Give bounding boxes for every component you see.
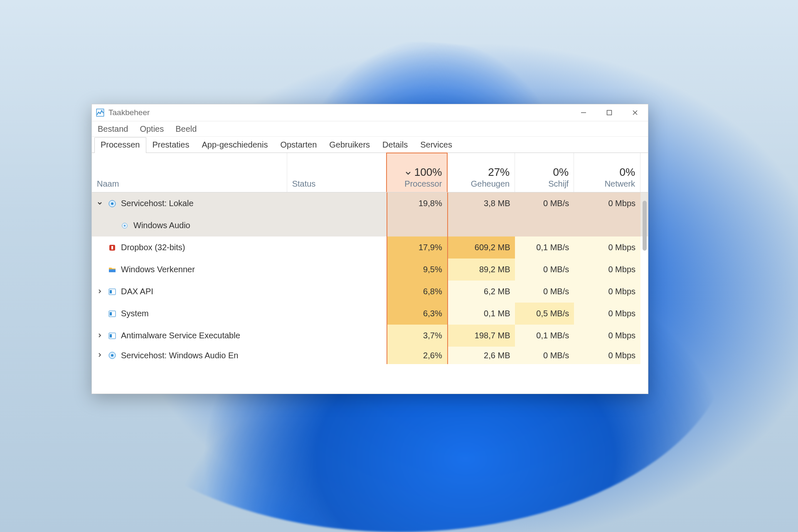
col-network-label: Netwerk [605, 179, 635, 189]
cell-memory: 609,2 MB [448, 236, 515, 259]
tab-services[interactable]: Services [414, 137, 458, 153]
cell-network: 0 Mbps [574, 281, 640, 303]
cell-status [287, 325, 387, 347]
expander-icon[interactable] [96, 352, 103, 359]
svg-point-8 [124, 224, 126, 227]
cell-memory: 2,6 MB [448, 347, 515, 364]
expander-icon[interactable] [96, 332, 103, 340]
menu-options[interactable]: Opties [140, 124, 164, 134]
col-disk-label: Schijf [548, 179, 569, 189]
desktop: Taakbeheer Bestand Opties Beeld Processe… [0, 0, 798, 532]
process-row[interactable]: DAX API6,8%6,2 MB0 MB/s0 Mbps [92, 281, 648, 303]
process-name: DAX API [121, 287, 153, 296]
cell-network: 0 Mbps [574, 303, 640, 325]
cell-name: Servicehost: Windows Audio En [92, 347, 287, 364]
svg-point-19 [111, 354, 113, 357]
process-name: Servicehost: Lokale [121, 199, 194, 208]
menu-file[interactable]: Bestand [98, 124, 128, 134]
tabstrip: Processen Prestaties App-geschiedenis Op… [92, 137, 648, 153]
tab-users[interactable]: Gebruikers [323, 137, 376, 153]
cell-processor: 9,5% [387, 259, 448, 281]
col-disk-pct: 0% [553, 167, 569, 177]
col-memory-pct: 27% [488, 167, 510, 177]
cell-name: Windows Verkenner [92, 259, 287, 281]
menu-view[interactable]: Beeld [175, 124, 197, 134]
cell-disk: 0,1 MB/s [515, 236, 574, 259]
svg-rect-13 [110, 290, 112, 293]
tab-startup[interactable]: Opstarten [274, 137, 323, 153]
col-name[interactable]: Naam [92, 153, 287, 192]
cell-memory: 6,2 MB [448, 281, 515, 303]
expander-icon[interactable] [96, 288, 103, 296]
process-row[interactable]: Servicehost: Windows Audio En2,6%2,6 MB0… [92, 347, 648, 364]
process-row[interactable]: Windows Verkenner9,5%89,2 MB0 MB/s0 Mbps [92, 259, 648, 281]
svg-rect-10 [111, 246, 113, 249]
tab-history[interactable]: App-geschiedenis [195, 137, 274, 153]
cell-name: Dropbox (32-bits) [92, 236, 287, 259]
col-disk[interactable]: 0% Schijf [515, 153, 574, 192]
app-icon [108, 331, 117, 340]
tab-details[interactable]: Details [376, 137, 414, 153]
cell-processor: 6,3% [387, 303, 448, 325]
expander-icon[interactable] [96, 200, 103, 207]
cell-disk: 0 MB/s [515, 281, 574, 303]
dropbox-icon [108, 243, 117, 252]
cell-processor [387, 214, 448, 236]
col-processor-label: Processor [404, 179, 442, 189]
process-grid: Naam Status 100% Processor 27% Geheugen [92, 153, 648, 371]
cell-memory: 3,8 MB [448, 192, 515, 214]
cell-name: DAX API [92, 281, 287, 303]
cell-disk: 0 MB/s [515, 259, 574, 281]
svg-rect-15 [110, 312, 112, 315]
tab-performance[interactable]: Prestaties [146, 137, 196, 153]
window-title: Taakbeheer [108, 108, 150, 117]
col-name-label: Naam [97, 179, 282, 189]
cell-network: 0 Mbps [574, 259, 640, 281]
app-icon [96, 108, 104, 117]
folder-icon [108, 265, 117, 274]
col-network[interactable]: 0% Netwerk [574, 153, 640, 192]
minimize-button[interactable] [571, 104, 596, 121]
process-row[interactable]: Antimalware Service Executable3,7%198,7 … [92, 325, 648, 347]
task-manager-window: Taakbeheer Bestand Opties Beeld Processe… [91, 104, 648, 394]
cell-status [287, 259, 387, 281]
maximize-button[interactable] [596, 104, 622, 121]
process-name: Servicehost: Windows Audio En [121, 351, 238, 360]
cell-name: System [92, 303, 287, 325]
col-status-label: Status [292, 179, 382, 189]
process-row[interactable]: Servicehost: Lokale19,8%3,8 MB0 MB/s0 Mb… [92, 192, 648, 214]
col-status[interactable]: Status [287, 153, 387, 192]
scrollbar[interactable] [641, 192, 648, 371]
app-icon [108, 287, 117, 296]
scrollbar-thumb[interactable] [643, 201, 647, 251]
cell-memory: 89,2 MB [448, 259, 515, 281]
titlebar[interactable]: Taakbeheer [92, 104, 648, 121]
cell-status [287, 214, 387, 236]
tab-processes[interactable]: Processen [94, 137, 146, 153]
svg-rect-17 [110, 334, 112, 337]
process-row[interactable]: Dropbox (32-bits)17,9%609,2 MB0,1 MB/s0 … [92, 236, 648, 259]
cell-processor: 3,7% [387, 325, 448, 347]
process-name: Windows Verkenner [121, 265, 195, 274]
col-memory-label: Geheugen [471, 179, 510, 189]
cell-processor: 6,8% [387, 281, 448, 303]
col-processor-pct: 100% [414, 167, 442, 177]
cell-name: Antimalware Service Executable [92, 325, 287, 347]
gear-icon [108, 199, 117, 208]
cell-network: 0 Mbps [574, 325, 640, 347]
cell-disk: 0,1 MB/s [515, 325, 574, 347]
cell-processor: 17,9% [387, 236, 448, 259]
cell-network: 0 Mbps [574, 192, 640, 214]
col-processor[interactable]: 100% Processor [386, 153, 448, 192]
cell-disk [515, 214, 574, 236]
process-rows: Servicehost: Lokale19,8%3,8 MB0 MB/s0 Mb… [92, 192, 648, 371]
col-scroll-gutter [640, 153, 648, 192]
process-name: Windows Audio [133, 221, 190, 230]
process-row[interactable]: System6,3%0,1 MB0,5 MB/s0 Mbps [92, 303, 648, 325]
process-row[interactable]: Windows Audio [92, 214, 648, 236]
cell-processor: 19,8% [387, 192, 448, 214]
column-headers: Naam Status 100% Processor 27% Geheugen [92, 153, 648, 192]
col-memory[interactable]: 27% Geheugen [448, 153, 515, 192]
cell-status [287, 236, 387, 259]
close-button[interactable] [622, 104, 648, 121]
